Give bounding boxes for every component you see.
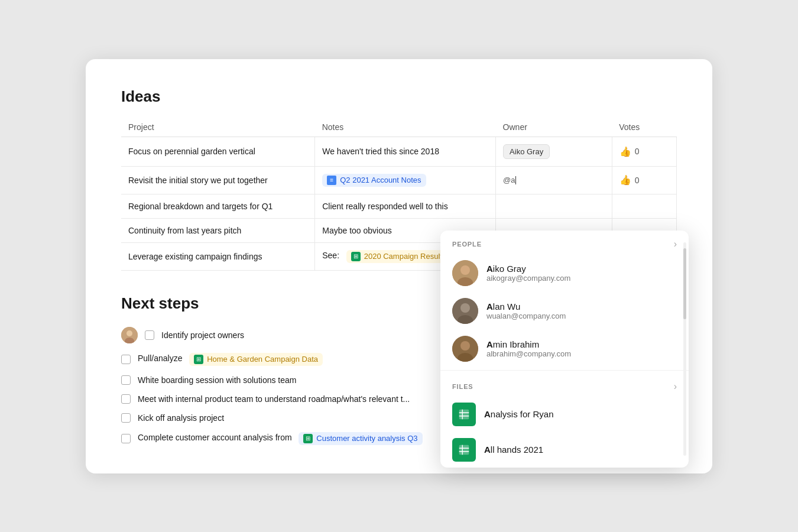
main-card: Ideas Project Notes Owner Votes Focus on… [86,59,712,473]
project-cell: Focus on perennial garden vertical [121,137,315,166]
person-name: Amin Ibrahim [486,339,571,349]
sheet-icon: ⊞ [194,355,203,364]
svg-point-4 [460,265,470,275]
avatar [452,336,478,362]
scrollbar-track[interactable] [683,242,686,456]
sheet-file-icon [452,403,476,426]
svg-rect-12 [459,409,469,419]
project-cell: Leverage existing campaign findings [121,242,315,270]
doc-chip[interactable]: ≡ Q2 2021 Account Notes [322,174,426,187]
avatar [452,260,478,286]
person-info: Aiko Gray aikogray@company.com [486,264,570,283]
votes-cell[interactable]: 👍 0 [612,137,676,166]
sheet-chip-green[interactable]: ⊞ Customer activity analysis Q3 [299,432,422,445]
sheet-file-icon [452,438,476,462]
file-name: Analysis for Ryan [484,409,554,419]
person-info: Alan Wu wualan@company.com [486,301,566,320]
checklist-item-text: Identify project owners [161,330,244,340]
person-item-aiko[interactable]: Aiko Gray aikogray@company.com [440,254,689,292]
person-email: albrahim@company.com [486,349,571,358]
owner-cell[interactable]: Aiko Gray [496,137,612,166]
project-cell: Regional breakdown and targets for Q1 [121,194,315,218]
owner-badge[interactable]: Aiko Gray [503,144,550,159]
chevron-right-icon[interactable]: › [674,381,677,392]
vote-count: 0 [635,147,640,156]
file-info: Analysis for Ryan [484,409,554,419]
project-cell: Continuity from last years pitch [121,218,315,242]
checklist-item-text: Meet with internal product team to under… [138,394,410,404]
thumbs-up-icon: 👍 [619,174,631,186]
checklist-item-text: Complete customer account analysis from … [138,432,423,445]
person-item-amin[interactable]: Amin Ibrahim albrahim@company.com [440,330,689,368]
checkbox[interactable] [121,413,131,423]
file-name: All hands 2021 [484,445,543,455]
owner-cell[interactable] [496,194,612,218]
votes-cell[interactable]: 👍 0 [612,166,676,194]
notes-cell: Client really responded well to this [315,194,496,218]
checklist-item-text: White boarding session with solutions te… [138,375,296,385]
ideas-title: Ideas [121,87,677,106]
svg-point-1 [126,330,132,336]
scrollbar-thumb[interactable] [683,248,686,319]
checklist-item-text: Kick off analysis project [138,413,224,423]
vote-count: 0 [635,176,640,185]
autocomplete-dropdown[interactable]: PEOPLE › Aiko Gray aikogray@company.com [440,231,689,468]
checkbox[interactable] [121,355,131,364]
votes-cell[interactable] [612,194,676,218]
divider [440,370,689,371]
notes-cell: ≡ Q2 2021 Account Notes [315,166,496,194]
people-label: PEOPLE [452,241,482,248]
person-name: Alan Wu [486,301,566,312]
person-email: aikogray@company.com [486,274,570,283]
file-info: All hands 2021 [484,445,543,455]
table-row: Regional breakdown and targets for Q1 Cl… [121,194,677,218]
col-header-project: Project [121,118,315,137]
col-header-notes: Notes [315,118,496,137]
file-item-analysis[interactable]: Analysis for Ryan [440,397,689,432]
person-email: wualan@company.com [486,312,566,320]
at-mention-input[interactable]: @a [503,176,515,185]
col-header-votes: Votes [612,118,676,137]
files-label: FILES [452,383,473,390]
project-cell: Revisit the initial story we put togethe… [121,166,315,194]
checklist-item-text: Pull/analyze ⊞ Home & Garden Campaign Da… [138,353,323,366]
file-item-allhands[interactable]: All hands 2021 [440,432,689,468]
svg-rect-13 [459,445,469,455]
people-section-header: PEOPLE › [440,231,689,254]
thumbs-up-icon: 👍 [619,146,631,157]
sheet-icon: ⊞ [303,434,313,443]
sheet-chip[interactable]: ⊞ Home & Garden Campaign Data [189,353,323,366]
checkbox[interactable] [121,375,131,385]
table-row: Focus on perennial garden vertical We ha… [121,137,677,166]
sheet-chip[interactable]: ⊞ 2020 Campaign Results [346,250,451,263]
owner-cell[interactable]: @a [496,166,612,194]
table-row: Revisit the initial story we put togethe… [121,166,677,194]
sheet-icon: ⊞ [351,252,361,261]
doc-icon: ≡ [327,176,336,185]
notes-cell: We haven't tried this since 2018 [315,137,496,166]
checkbox[interactable] [121,394,131,404]
person-name: Aiko Gray [486,264,570,274]
col-header-owner: Owner [496,118,612,137]
svg-point-10 [460,341,470,351]
avatar [121,327,138,343]
checkbox[interactable] [121,434,131,443]
person-item-alan[interactable]: Alan Wu wualan@company.com [440,292,689,330]
person-info: Amin Ibrahim albrahim@company.com [486,339,571,358]
files-section-header: FILES › [440,373,689,397]
svg-point-7 [460,303,470,313]
chevron-right-icon[interactable]: › [674,239,677,249]
checkbox[interactable] [145,330,154,340]
avatar [452,298,478,324]
